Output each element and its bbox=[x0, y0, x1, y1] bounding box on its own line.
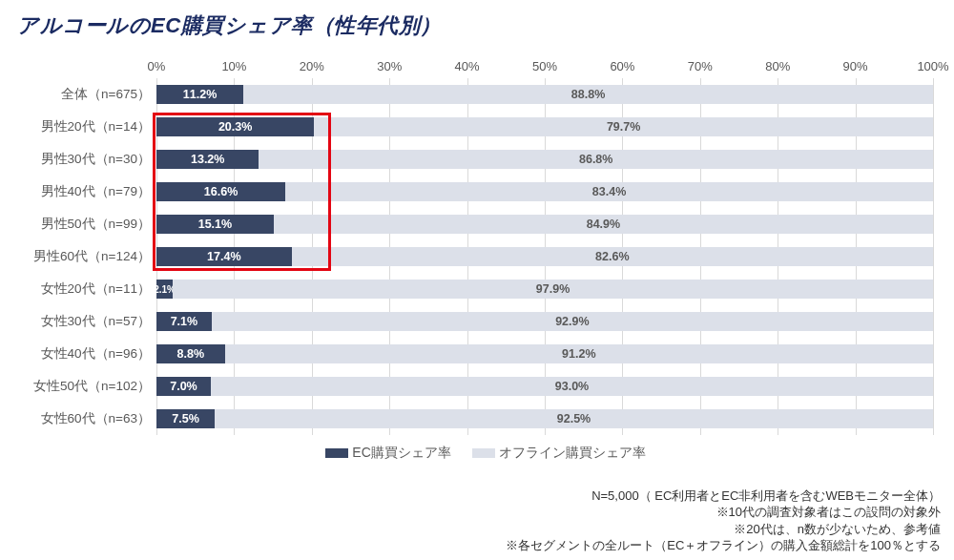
bar-segment-offline: 86.8% bbox=[259, 150, 933, 169]
x-tick: 10% bbox=[221, 59, 246, 73]
bar-segment-ec: 15.1% bbox=[156, 215, 274, 234]
bar-track: 7.1%92.9% bbox=[156, 312, 933, 331]
chart: 0% 10% 20% 30% 40% 50% 60% 70% 80% 90% 1… bbox=[156, 59, 933, 435]
legend-swatch-off bbox=[472, 448, 495, 458]
bar-track: 8.8%91.2% bbox=[156, 344, 933, 363]
bar-category-label: 女性50代（n=102） bbox=[13, 378, 151, 395]
x-tick: 90% bbox=[843, 59, 868, 73]
bar-value-offline: 93.0% bbox=[555, 380, 589, 393]
bar-track: 2.1%97.9% bbox=[156, 280, 933, 299]
bar-row: 男性20代（n=14）20.3%79.7% bbox=[156, 111, 933, 143]
bar-segment-offline: 92.5% bbox=[215, 409, 933, 428]
bar-value-offline: 84.9% bbox=[587, 218, 620, 231]
bar-value-offline: 79.7% bbox=[607, 120, 640, 134]
bar-value-offline: 97.9% bbox=[536, 282, 570, 296]
bar-category-label: 女性60代（n=63） bbox=[13, 410, 151, 427]
legend: EC購買シェア率 オフライン購買シェア率 bbox=[13, 445, 941, 462]
bar-track: 20.3%79.7% bbox=[156, 117, 933, 136]
bar-track: 7.0%93.0% bbox=[156, 377, 933, 396]
legend-label-ec: EC購買シェア率 bbox=[352, 445, 450, 460]
x-tick: 20% bbox=[300, 59, 324, 73]
bar-row: 女性20代（n=11）2.1%97.9% bbox=[156, 273, 933, 305]
bar-category-label: 女性20代（n=11） bbox=[13, 280, 151, 298]
bar-segment-ec: 17.4% bbox=[156, 247, 292, 266]
x-axis: 0% 10% 20% 30% 40% 50% 60% 70% 80% 90% 1… bbox=[156, 59, 933, 78]
bar-value-ec: 16.6% bbox=[204, 185, 238, 198]
bar-row: 男性60代（n=124）17.4%82.6% bbox=[156, 240, 933, 273]
bar-segment-ec: 13.2% bbox=[156, 150, 259, 169]
bar-category-label: 女性30代（n=57） bbox=[13, 313, 151, 330]
bar-segment-ec: 7.5% bbox=[156, 409, 215, 428]
bar-row: 女性40代（n=96）8.8%91.2% bbox=[156, 338, 933, 370]
bar-segment-offline: 83.4% bbox=[285, 182, 933, 201]
bar-segment-offline: 93.0% bbox=[211, 377, 933, 396]
bar-segment-offline: 88.8% bbox=[243, 85, 933, 104]
page: アルコールのEC購買シェア率（性年代別） 0% 10% 20% 30% 40% … bbox=[0, 0, 954, 560]
x-tick: 80% bbox=[765, 59, 790, 73]
bar-category-label: 男性30代（n=30） bbox=[13, 151, 151, 168]
bar-segment-ec: 7.1% bbox=[156, 312, 212, 331]
bar-value-ec: 7.5% bbox=[172, 412, 199, 425]
bar-value-ec: 17.4% bbox=[207, 250, 240, 263]
bar-row: 男性50代（n=99）15.1%84.9% bbox=[156, 208, 933, 240]
bar-value-offline: 88.8% bbox=[571, 88, 605, 101]
bar-value-ec: 8.8% bbox=[177, 347, 205, 361]
bar-value-offline: 92.9% bbox=[555, 315, 589, 328]
bar-segment-offline: 91.2% bbox=[225, 344, 933, 363]
footnote-line: ※各セグメントの全ルート（EC＋オフライン）の購入金額総計を100％とする bbox=[506, 537, 941, 554]
bars-container: 全体（n=675）11.2%88.8%男性20代（n=14）20.3%79.7%… bbox=[156, 78, 933, 435]
bar-value-ec: 20.3% bbox=[218, 120, 252, 134]
bar-track: 7.5%92.5% bbox=[156, 409, 933, 428]
bar-value-offline: 82.6% bbox=[595, 250, 629, 263]
x-tick: 70% bbox=[688, 59, 713, 73]
bar-segment-offline: 82.6% bbox=[292, 247, 933, 266]
bar-value-ec: 13.2% bbox=[191, 153, 224, 166]
bar-segment-ec: 11.2% bbox=[156, 85, 243, 104]
bar-segment-ec: 20.3% bbox=[156, 117, 314, 136]
x-tick: 30% bbox=[377, 59, 402, 73]
bar-segment-offline: 79.7% bbox=[314, 117, 933, 136]
bar-track: 13.2%86.8% bbox=[156, 150, 933, 169]
bar-track: 11.2%88.8% bbox=[156, 85, 933, 104]
bar-row: 女性60代（n=63）7.5%92.5% bbox=[156, 403, 933, 435]
bar-row: 女性30代（n=57）7.1%92.9% bbox=[156, 305, 933, 338]
bar-segment-ec: 7.0% bbox=[156, 377, 211, 396]
x-tick: 0% bbox=[148, 59, 166, 73]
bar-row: 男性30代（n=30）13.2%86.8% bbox=[156, 143, 933, 176]
bar-category-label: 男性40代（n=79） bbox=[13, 183, 151, 200]
bar-category-label: 男性60代（n=124） bbox=[13, 248, 151, 265]
x-tick: 100% bbox=[917, 59, 948, 73]
page-title: アルコールのEC購買シェア率（性年代別） bbox=[17, 11, 941, 40]
bar-segment-ec: 2.1% bbox=[156, 280, 173, 299]
bar-segment-offline: 84.9% bbox=[274, 215, 933, 234]
bar-value-offline: 91.2% bbox=[562, 347, 595, 361]
x-tick: 50% bbox=[532, 59, 557, 73]
bar-value-ec: 11.2% bbox=[183, 88, 217, 101]
bar-value-offline: 83.4% bbox=[592, 185, 626, 198]
bar-category-label: 男性50代（n=99） bbox=[13, 216, 151, 233]
bar-value-offline: 92.5% bbox=[557, 412, 591, 425]
bar-segment-ec: 16.6% bbox=[156, 182, 285, 201]
x-tick: 40% bbox=[455, 59, 480, 73]
footnote-line: ※10代の調査対象者はこの設問の対象外 bbox=[506, 504, 941, 521]
bar-category-label: 全体（n=675） bbox=[13, 86, 151, 103]
bar-segment-offline: 97.9% bbox=[173, 280, 933, 299]
bar-category-label: 男性20代（n=14） bbox=[13, 118, 151, 135]
bar-row: 女性50代（n=102）7.0%93.0% bbox=[156, 370, 933, 403]
footnotes: N=5,000（ EC利用者とEC非利用者を含むWEBモニター全体） ※10代の… bbox=[506, 487, 941, 554]
legend-swatch-ec bbox=[325, 448, 348, 458]
bar-value-ec: 15.1% bbox=[198, 218, 232, 231]
x-tick: 60% bbox=[610, 59, 634, 73]
bar-value-ec: 7.1% bbox=[171, 315, 198, 328]
bar-segment-ec: 8.8% bbox=[156, 344, 225, 363]
footnote-line: ※20代は、n数が少ないため、参考値 bbox=[506, 521, 941, 538]
bar-track: 17.4%82.6% bbox=[156, 247, 933, 266]
bar-row: 男性40代（n=79）16.6%83.4% bbox=[156, 176, 933, 208]
bar-segment-offline: 92.9% bbox=[212, 312, 933, 331]
bar-value-offline: 86.8% bbox=[579, 153, 612, 166]
bar-category-label: 女性40代（n=96） bbox=[13, 345, 151, 363]
legend-label-off: オフライン購買シェア率 bbox=[499, 445, 646, 460]
bar-track: 15.1%84.9% bbox=[156, 215, 933, 234]
bar-row: 全体（n=675）11.2%88.8% bbox=[156, 78, 933, 111]
footnote-line: N=5,000（ EC利用者とEC非利用者を含むWEBモニター全体） bbox=[506, 487, 941, 505]
